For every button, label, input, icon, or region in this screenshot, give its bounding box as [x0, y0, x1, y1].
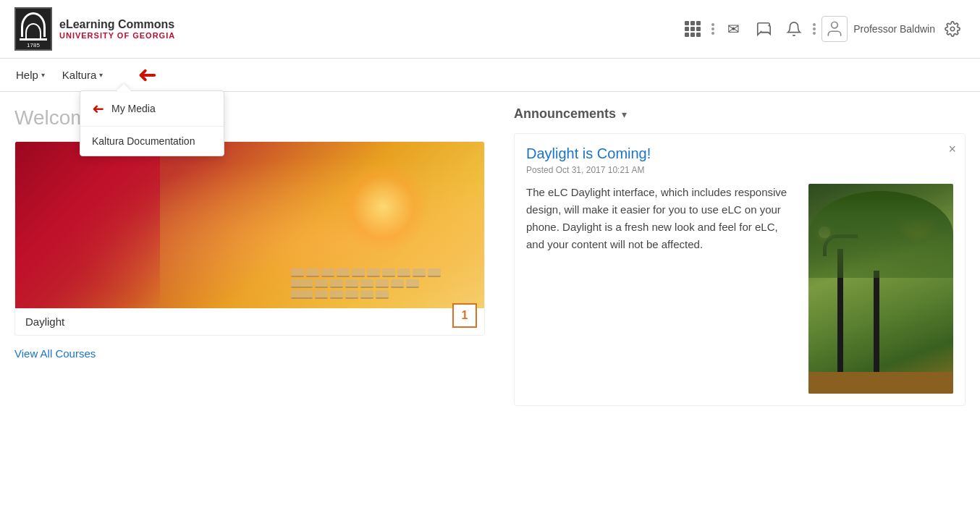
my-media-arrow-icon: ➜ [92, 100, 104, 117]
announcement-close-button[interactable]: × [948, 143, 956, 156]
keyboard-visual [291, 268, 441, 301]
svg-point-0 [832, 22, 838, 28]
page-header: 1785 eLearning Commons UNIVERSITY OF GEO… [0, 0, 980, 59]
dropdown-item-my-media[interactable]: ➜ My Media [80, 91, 224, 126]
nav-kaltura-label: Kaltura [62, 69, 97, 81]
announcements-title: Announcements [514, 106, 616, 122]
announcement-headline: Daylight is Coming! [526, 145, 953, 162]
course-image [15, 142, 484, 308]
announcements-chevron-icon[interactable]: ▾ [622, 109, 627, 120]
logo-title: eLearning Commons [59, 18, 175, 31]
bell-icon[interactable] [781, 16, 807, 42]
logo-icon: 1785 [14, 7, 52, 51]
right-column: Announcements ▾ × Daylight is Coming! Po… [514, 106, 966, 406]
logo-year: 1785 [27, 42, 40, 48]
dropdown-item-kaltura-docs[interactable]: Kaltura Documentation [80, 126, 224, 156]
red-arrow-annotation: ➜ [138, 63, 157, 86]
red-overlay [15, 142, 160, 308]
logo-subtitle: UNIVERSITY OF GEORGIA [59, 31, 175, 40]
dots-divider-2 [811, 20, 817, 38]
chat-icon[interactable] [751, 16, 777, 42]
user-area[interactable]: Professor Baldwin [821, 16, 935, 42]
view-all-courses-link[interactable]: View All Courses [14, 347, 96, 360]
gear-icon[interactable] [939, 16, 966, 42]
kaltura-docs-label: Kaltura Documentation [92, 135, 195, 147]
my-media-label: My Media [111, 103, 156, 114]
help-chevron-icon: ▾ [41, 71, 45, 79]
user-name: Professor Baldwin [853, 23, 935, 35]
tree-foliage [808, 191, 953, 278]
course-badge: 1 [452, 303, 477, 328]
announcement-image [808, 184, 953, 394]
nav-bar: Help ▾ Kaltura ▾ ➜ ➜ My Media Kaltura Do… [0, 59, 980, 92]
header-icons: ✉ Professor Baldwin [680, 16, 966, 42]
logo-text: eLearning Commons UNIVERSITY OF GEORGIA [59, 18, 175, 40]
nav-item-kaltura[interactable]: Kaltura ▾ [61, 66, 105, 84]
announcement-body-area: The eLC Daylight interface, which includ… [526, 184, 953, 394]
announcement-card: × Daylight is Coming! Posted Oct 31, 201… [514, 133, 966, 406]
light-glow [339, 164, 426, 250]
user-avatar-icon [821, 16, 848, 42]
announcement-date: Posted Oct 31, 2017 10:21 AM [526, 165, 953, 175]
ground [808, 372, 953, 394]
nav-item-help[interactable]: Help ▾ [14, 66, 46, 84]
red-arrow-icon: ➜ [138, 63, 157, 86]
grid-icon[interactable] [680, 16, 706, 42]
dots-divider-1 [710, 20, 716, 38]
logo-area: 1785 eLearning Commons UNIVERSITY OF GEO… [14, 7, 175, 51]
kaltura-dropdown: ➜ My Media Kaltura Documentation [80, 90, 224, 156]
arch-inner-icon [25, 23, 41, 39]
announcement-body-text: The eLC Daylight interface, which includ… [526, 184, 797, 394]
svg-point-1 [950, 27, 955, 31]
dropdown-arrow-up [117, 84, 131, 91]
announcements-header: Announcements ▾ [514, 106, 966, 122]
kaltura-chevron-icon: ▾ [99, 71, 103, 79]
course-card: Daylight 1 [14, 141, 485, 336]
course-badge-number: 1 [462, 309, 468, 322]
course-title: Daylight [25, 315, 64, 328]
mail-icon[interactable]: ✉ [720, 16, 746, 42]
nav-help-label: Help [16, 69, 38, 81]
